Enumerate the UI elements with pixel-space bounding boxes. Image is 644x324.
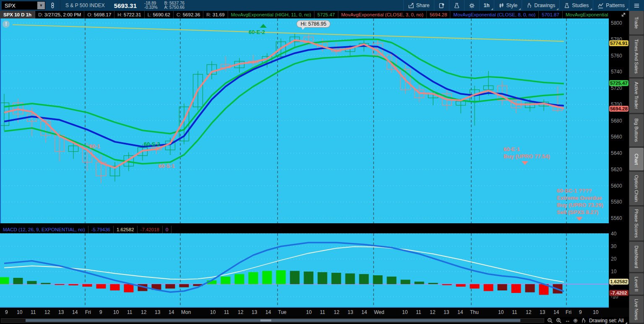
ohlc-field: R: 31.69 <box>203 11 228 18</box>
time-tick-label: 12 <box>334 309 339 315</box>
macd-histogram-bar <box>359 274 369 284</box>
time-tick-label: 13 <box>252 309 257 315</box>
sidebar-tab-dashboard[interactable]: Dashboard <box>629 242 644 272</box>
macd-histogram-bar <box>179 284 189 287</box>
crosshair-target-icon[interactable]: ⊕ <box>573 318 578 323</box>
macd-histogram-bar <box>456 284 466 287</box>
axis-expand-icon[interactable] <box>621 12 626 18</box>
macd-value: 1.62582 <box>114 226 138 233</box>
last-price: 5693.31 <box>110 2 141 9</box>
drawing-set-selector[interactable]: Drawing set: All <box>589 318 627 324</box>
sidebar-tab-option-chain[interactable]: Option Chain <box>629 172 644 205</box>
time-tick-label: 9 <box>5 309 8 315</box>
alert-icon[interactable]: ! <box>3 21 10 28</box>
time-tick-label: 10 <box>113 309 119 315</box>
ema-line <box>4 39 564 134</box>
ohlc-fields: D: 3/27/25, 2:00 PMO: 5698.17H: 5722.31L… <box>35 11 228 18</box>
share-button[interactable]: Share <box>404 0 434 11</box>
macd-histogram-bar <box>442 284 452 285</box>
time-tick-label: Tue <box>278 309 286 315</box>
price-axis[interactable]: 5800578057605740572057005680566056405620… <box>609 11 629 308</box>
study-label[interactable]: MovAvgExponential (HIGH, 11, 0, no) <box>228 11 314 18</box>
chart-scrollbar[interactable] <box>1 318 544 323</box>
sidebar-tab-big-buttons[interactable]: Big Buttons <box>629 114 644 147</box>
macd-value: -5.79436 <box>88 226 114 233</box>
study-value: 5694.28 <box>427 11 451 18</box>
price-tick: 5680 <box>611 118 622 124</box>
sidebar-tab-phase-scores[interactable]: Phase Scores <box>629 206 644 241</box>
style-button[interactable]: Style <box>494 0 522 11</box>
link-icon[interactable] <box>45 0 60 11</box>
time-tick-label: 13 <box>348 309 353 315</box>
macd-histogram-bar <box>69 284 78 285</box>
ohlc-field: C: 5692.36 <box>174 11 203 18</box>
time-tick-label: 10 <box>593 309 598 315</box>
fit-width-icon[interactable]: ↔ <box>565 318 570 323</box>
time-tick-label: 12 <box>238 309 243 315</box>
layout-menu-button[interactable] <box>629 0 644 11</box>
price-tick: 5760 <box>611 53 622 59</box>
macd-panel[interactable] <box>0 233 609 307</box>
analyze-button[interactable] <box>449 0 464 11</box>
time-tick-label: 13 <box>540 309 545 315</box>
chart-header: SPX 10 D 1h D: 3/27/25, 2:00 PMO: 5698.1… <box>0 11 609 18</box>
axis-badge: 5725.47 <box>609 80 628 86</box>
sidebar-tab-trade[interactable]: Trade <box>629 11 644 34</box>
scrollbar-thumb[interactable] <box>26 319 520 322</box>
price-tick: 5620 <box>611 167 622 172</box>
sidebar-tab-active-trader[interactable]: Active Trader <box>629 78 644 113</box>
time-tick-label: 9 <box>99 309 102 315</box>
time-tick-label: Wed <box>374 309 384 315</box>
settings-button[interactable] <box>465 0 479 11</box>
drawing-hand-icon[interactable] <box>581 318 586 324</box>
study-label[interactable]: MovAvgExponential (LOW, 11, 0, no) <box>563 11 609 18</box>
study-value: 5701.87 <box>539 11 563 18</box>
macd-tick: 10 <box>611 269 616 274</box>
sidebar-tab-chart[interactable]: Chart <box>629 148 644 170</box>
time-tick-label: 11 <box>512 309 517 315</box>
thinkorswim-chart-window: SPX ▼ S & P 500 INDEX 5693.31 -18.89 -0.… <box>0 0 644 324</box>
macd-canvas[interactable] <box>0 233 609 307</box>
studies-legend: MovAvgExponential (HIGH, 11, 0, no)5725.… <box>228 11 609 18</box>
trendline <box>13 25 564 42</box>
sidebar-tab-live-news[interactable]: Live News <box>629 296 644 323</box>
price-tick: 5720 <box>611 85 622 91</box>
bottom-bar: ↔ ⊕ Drawing set: All <box>0 317 644 324</box>
time-tick-label: 11 <box>416 309 421 315</box>
macd-histogram-bar <box>110 284 120 290</box>
time-axis[interactable]: 91011121314Fri91011121314Mon1011121314Tu… <box>0 308 629 317</box>
studies-button[interactable]: Studies <box>560 0 593 11</box>
symbol-combobox[interactable]: SPX ▼ <box>2 1 45 10</box>
time-tick-label: 13 <box>444 309 449 315</box>
zoom-out-button[interactable] <box>547 318 553 324</box>
time-tick-label: 11 <box>31 309 36 315</box>
time-tick-label: 12 <box>44 309 50 315</box>
patterns-button[interactable]: Patterns <box>593 0 629 11</box>
macd-histogram-bar <box>235 274 244 284</box>
quick-note-button[interactable] <box>434 0 449 11</box>
scrollbar-grip[interactable] <box>260 319 271 321</box>
sidebar-tab-times-and-sales[interactable]: Times And Sales <box>629 36 644 77</box>
ohlc-field: O: 5698.17 <box>84 11 114 18</box>
drawings-button[interactable]: Drawings <box>522 0 559 11</box>
time-tick-label: 14 <box>457 309 463 315</box>
candles-icon <box>499 3 504 9</box>
timeframe-button[interactable]: 1h <box>480 0 494 11</box>
macd-header: MACD (12, 26, 9, EXPONENTIAL, no) -5.794… <box>0 226 609 233</box>
symbol-input[interactable]: SPX <box>2 2 37 9</box>
symbol-dropdown-button[interactable]: ▼ <box>37 2 45 9</box>
macd-values: -5.794361.62582-7.420180 <box>88 226 172 233</box>
macd-histogram-bar <box>415 282 424 284</box>
main-chart-canvas[interactable] <box>0 18 609 223</box>
macd-histogram-bar <box>332 273 341 284</box>
zoom-in-button[interactable] <box>556 318 562 324</box>
ask-value: A: 5750.66 <box>164 5 184 10</box>
beaker-icon <box>454 3 460 9</box>
study-label[interactable]: MovAvgExponential (CLOSE, 3, 0, no) <box>338 11 427 18</box>
time-tick-label: 9 <box>579 309 582 315</box>
macd-histogram-bar <box>345 274 355 285</box>
study-label[interactable]: MovAvgExponential (CLOSE, 8, 0, no) <box>450 11 539 18</box>
sidebar-tab-level-ii[interactable]: Level II <box>629 273 644 295</box>
main-chart-panel[interactable] <box>0 18 609 223</box>
macd-histogram-bar <box>304 272 314 284</box>
